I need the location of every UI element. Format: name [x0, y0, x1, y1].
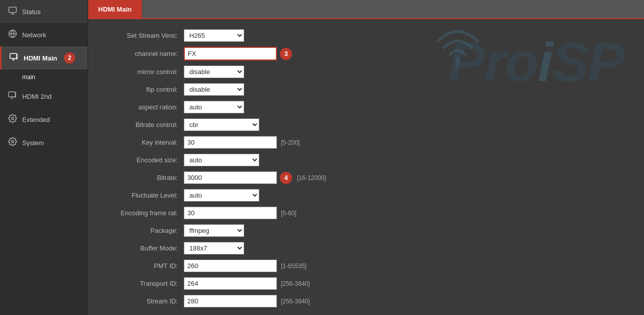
bitrate-control-row: Bitrate control: cbr vbr — [103, 118, 629, 131]
encoding-frame-rat-label: Encoding frame rat: — [103, 209, 184, 217]
buffer-mode-row: Buffer Mode: 188x7 188x14 — [103, 242, 629, 255]
fluctuate-level-row: Fluctuate Level: auto 1 2 — [103, 189, 629, 202]
system-gear-icon — [8, 137, 17, 148]
package-select[interactable]: ffmpeg ts — [184, 224, 244, 237]
package-label: Package: — [103, 227, 184, 234]
sidebar-item-label: HDMI 2nd — [22, 93, 52, 100]
encoding-frame-rat-input[interactable] — [184, 207, 277, 219]
bitrate-label: Bitrate: — [103, 174, 184, 181]
sidebar: Status Network HDMI Main 2 main HDMI 2nd… — [0, 0, 88, 315]
sidebar-item-label: Network — [22, 31, 46, 39]
mirror-control-select[interactable]: disable enable — [184, 66, 244, 78]
set-stream-venc-select[interactable]: H265 H264 H265+ — [184, 29, 244, 42]
globe-icon — [8, 29, 17, 40]
set-stream-venc-row: Set Stream Venc: H265 H264 H265+ — [103, 29, 629, 42]
mirror-control-row: mirror control: disable enable — [103, 66, 629, 78]
key-interval-label: Key interval: — [103, 139, 184, 146]
svg-rect-8 — [9, 92, 16, 97]
encoded-size-row: Encoded size: auto 1920x1080 1280x720 — [103, 154, 629, 166]
step-3-badge: 3 — [280, 48, 292, 60]
sidebar-item-label: Extended — [22, 116, 50, 123]
encoded-size-select[interactable]: auto 1920x1080 1280x720 — [184, 154, 259, 166]
content-area: ProiSP Set Stream Venc: H265 H264 H265+ … — [88, 19, 644, 315]
watermark-text: ProiSP — [448, 34, 624, 90]
channel-name-label: channel name: — [103, 50, 184, 57]
fluctuate-level-label: Fluctuate Level: — [103, 192, 184, 199]
package-row: Package: ffmpeg ts — [103, 224, 629, 237]
aspect-ration-label: aspect ration: — [103, 103, 184, 111]
sidebar-item-label: System — [22, 139, 44, 147]
pmt-id-label: PMT ID: — [103, 262, 184, 270]
sidebar-item-extended[interactable]: Extended — [0, 108, 88, 131]
mirror-control-label: mirror control: — [103, 68, 184, 76]
tab-label: HDMI Main — [98, 6, 131, 13]
svg-point-11 — [12, 117, 14, 120]
sidebar-item-label: Status — [22, 8, 41, 16]
set-stream-venc-label: Set Stream Venc: — [103, 32, 184, 39]
hdmi-main-badge: 2 — [64, 52, 75, 64]
svg-point-12 — [12, 141, 14, 143]
stream-id-label: Stream ID: — [103, 297, 184, 305]
stream-id-input[interactable] — [184, 295, 277, 307]
monitor-icon — [8, 6, 17, 17]
flip-control-label: flip control: — [103, 86, 184, 93]
svg-rect-0 — [9, 7, 17, 13]
sub-item-label: main — [22, 74, 35, 81]
key-interval-hint: [5-200] — [281, 139, 300, 146]
transport-id-hint: [256-3840] — [281, 280, 310, 287]
sidebar-item-label: HDMI Main — [24, 54, 57, 62]
channel-name-input[interactable] — [184, 47, 277, 60]
sidebar-item-hdmi-main[interactable]: HDMI Main 2 — [0, 46, 88, 70]
pmt-id-hint: [1-65535] — [281, 263, 307, 270]
main-content: HDMI Main ProiSP Set Stream Venc: H265 H… — [88, 0, 644, 315]
bitrate-control-label: Bitrate control: — [103, 121, 184, 129]
stream-id-row: Stream ID: [256-3840] — [103, 295, 629, 307]
transport-id-row: Transport ID: [256-3840] — [103, 277, 629, 290]
step-4-badge: 4 — [280, 172, 292, 184]
bitrate-input[interactable] — [184, 171, 277, 184]
aspect-ration-row: aspect ration: auto 4:3 16:9 — [103, 101, 629, 113]
pmt-id-row: PMT ID: [1-65535] — [103, 260, 629, 272]
bitrate-row: Bitrate: 4 [16-12000] — [103, 171, 629, 184]
tab-bar: HDMI Main — [88, 0, 644, 19]
encoded-size-label: Encoded size: — [103, 156, 184, 164]
channel-name-row: channel name: 3 — [103, 47, 629, 60]
sidebar-item-status[interactable]: Status — [0, 0, 88, 23]
key-interval-row: Key interval: [5-200] — [103, 136, 629, 149]
sidebar-item-hdmi-2nd[interactable]: HDMI 2nd — [0, 85, 88, 108]
buffer-mode-label: Buffer Mode: — [103, 244, 184, 252]
aspect-ration-select[interactable]: auto 4:3 16:9 — [184, 101, 244, 113]
sidebar-item-network[interactable]: Network — [0, 23, 88, 46]
fluctuate-level-select[interactable]: auto 1 2 — [184, 189, 259, 202]
key-interval-input[interactable] — [184, 136, 277, 149]
flip-control-row: flip control: disable enable — [103, 83, 629, 96]
encoding-frame-rat-hint: [5-60] — [281, 210, 297, 217]
pmt-id-input[interactable] — [184, 260, 277, 272]
bitrate-control-select[interactable]: cbr vbr — [184, 118, 259, 131]
display2-icon — [8, 91, 17, 102]
tab-hdmi-main[interactable]: HDMI Main — [88, 0, 142, 18]
transport-id-input[interactable] — [184, 277, 277, 290]
buffer-mode-select[interactable]: 188x7 188x14 — [184, 242, 244, 255]
transport-id-label: Transport ID: — [103, 280, 184, 287]
sidebar-item-system[interactable]: System — [0, 131, 88, 154]
sidebar-sub-main[interactable]: main — [0, 70, 88, 85]
display-icon — [10, 52, 19, 64]
stream-id-hint: [256-3840] — [281, 298, 310, 305]
gear-icon — [8, 114, 17, 125]
encoding-frame-rat-row: Encoding frame rat: [5-60] — [103, 207, 629, 219]
flip-control-select[interactable]: disable enable — [184, 83, 244, 96]
svg-rect-5 — [10, 53, 17, 58]
bitrate-hint: [16-12000] — [297, 174, 326, 181]
